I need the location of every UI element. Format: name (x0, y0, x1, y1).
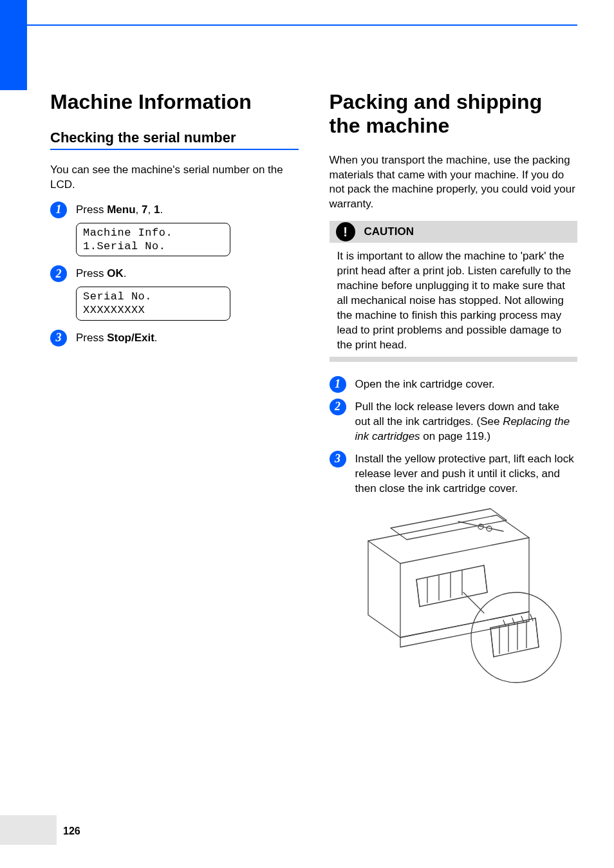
step-2-left: 2 Press OK. Serial No. XXXXXXXXX (50, 265, 299, 320)
step-badge: 2 (330, 399, 346, 415)
step-text: Press OK. (76, 265, 299, 281)
step-text: Install the yellow protective part, lift… (355, 451, 578, 496)
steps-left: 1 Press Menu, 7, 1. Machine Info. 1.Seri… (50, 202, 299, 346)
heading-packing: Packing and shipping the machine (330, 90, 578, 138)
heading-machine-info: Machine Information (50, 90, 299, 114)
lcd-display: Serial No. XXXXXXXXX (76, 287, 230, 321)
steps-right: 1 Open the ink cartridge cover. 2 Pull t… (330, 376, 578, 496)
page-header-rule (27, 24, 577, 26)
step-badge: 3 (50, 330, 67, 346)
step-badge: 1 (330, 376, 346, 393)
step-3-left: 3 Press Stop/Exit. (50, 330, 299, 346)
step-text: Press Stop/Exit. (76, 330, 299, 346)
page-header-tab (0, 0, 27, 90)
step-1-right: 1 Open the ink cartridge cover. (330, 376, 578, 392)
right-column: Packing and shipping the machine When yo… (330, 90, 578, 689)
page-content: Machine Information Checking the serial … (50, 90, 577, 689)
step-text: Press Menu, 7, 1. (76, 202, 299, 218)
step-text: Open the ink cartridge cover. (355, 376, 578, 392)
step-1-left: 1 Press Menu, 7, 1. Machine Info. 1.Seri… (50, 202, 299, 256)
step-2-right: 2 Pull the lock release levers down and … (330, 399, 578, 444)
step-badge: 1 (50, 202, 67, 218)
svg-point-2 (471, 592, 561, 683)
step-3-right: 3 Install the yellow protective part, li… (330, 451, 578, 496)
intro-text-right: When you transport the machine, use the … (330, 153, 578, 212)
caution-footer-bar (330, 357, 578, 362)
lcd-display: Machine Info. 1.Serial No. (76, 223, 230, 257)
page-number: 126 (63, 826, 80, 837)
printer-illustration (355, 502, 568, 689)
intro-text-left: You can see the machine's serial number … (50, 163, 299, 193)
footer-side-tab (0, 815, 57, 845)
caution-body: It is important to allow the machine to … (330, 249, 578, 357)
caution-label: CAUTION (364, 225, 414, 238)
left-column: Machine Information Checking the serial … (50, 90, 299, 689)
subheading-serial-number: Checking the serial number (50, 129, 299, 150)
caution-icon: ! (336, 222, 355, 241)
step-badge: 3 (330, 451, 346, 467)
step-text: Pull the lock release levers down and ta… (355, 399, 578, 444)
caution-header: ! CAUTION (330, 221, 578, 243)
step-badge: 2 (50, 265, 67, 282)
caution-box: ! CAUTION It is important to allow the m… (330, 221, 578, 362)
